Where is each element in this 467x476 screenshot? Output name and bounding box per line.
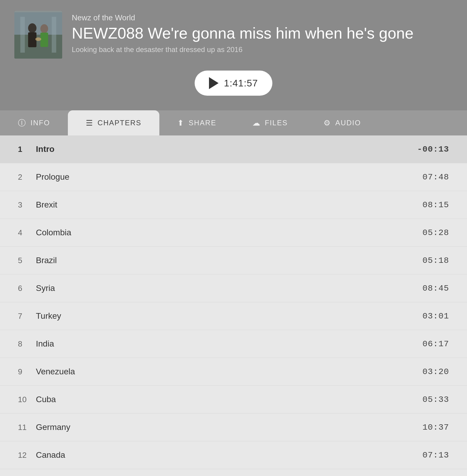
chapter-number: 7 bbox=[18, 312, 36, 321]
chapter-name: India bbox=[36, 339, 422, 349]
tab-info-label: INFO bbox=[30, 119, 50, 127]
play-button[interactable]: 1:41:57 bbox=[195, 71, 272, 96]
chapter-number: 6 bbox=[18, 284, 36, 293]
chapter-row[interactable]: 10Cuba05:33 bbox=[0, 386, 467, 414]
svg-rect-7 bbox=[40, 33, 48, 47]
chapter-name: Turkey bbox=[36, 311, 422, 321]
episode-subtitle: Looking back at the desaster that dresse… bbox=[72, 45, 453, 54]
chapter-row[interactable]: 5Brazil05:18 bbox=[0, 247, 467, 274]
chapter-row[interactable]: 2Prologue07:48 bbox=[0, 163, 467, 191]
svg-point-4 bbox=[28, 23, 36, 33]
tab-chapters[interactable]: ☰ CHAPTERS bbox=[68, 110, 159, 135]
svg-rect-5 bbox=[28, 32, 36, 47]
chapter-row[interactable]: 6Syria08:45 bbox=[0, 274, 467, 302]
chapter-name: Intro bbox=[36, 144, 417, 154]
chapters-icon: ☰ bbox=[86, 119, 93, 127]
chapter-time: 05:28 bbox=[422, 228, 449, 237]
chapter-name: Cuba bbox=[36, 395, 422, 404]
chapter-number: 4 bbox=[18, 228, 36, 237]
tab-bar: ⓘ INFO ☰ CHAPTERS ⬆ SHARE ☁ FILES ⚙ AUDI… bbox=[0, 110, 467, 135]
chapter-row[interactable]: 12Canada07:13 bbox=[0, 441, 467, 469]
episode-title: NEWZ088 We're gonna miss him when he's g… bbox=[72, 25, 453, 42]
chapter-time: 05:33 bbox=[422, 395, 449, 404]
svg-point-8 bbox=[35, 37, 41, 41]
chapter-time: 03:20 bbox=[422, 367, 449, 376]
hero-section: Newz of the World NEWZ088 We're gonna mi… bbox=[0, 0, 467, 110]
share-icon: ⬆ bbox=[177, 119, 184, 127]
svg-rect-2 bbox=[20, 17, 25, 53]
chapter-number: 2 bbox=[18, 173, 36, 182]
chapter-time: 08:45 bbox=[422, 284, 449, 293]
chapter-row[interactable]: 13Philippines02:27 bbox=[0, 469, 467, 476]
chapter-number: 3 bbox=[18, 200, 36, 210]
chapter-number: 11 bbox=[18, 423, 36, 432]
play-icon bbox=[209, 77, 219, 89]
files-icon: ☁ bbox=[252, 119, 261, 127]
chapter-number: 8 bbox=[18, 339, 36, 349]
tab-files-label: FILES bbox=[265, 119, 288, 127]
svg-point-6 bbox=[40, 24, 48, 33]
chapter-name: Brazil bbox=[36, 256, 422, 265]
info-icon: ⓘ bbox=[18, 119, 26, 127]
chapter-time: 07:13 bbox=[422, 451, 449, 460]
tab-info[interactable]: ⓘ INFO bbox=[0, 110, 68, 135]
tab-audio-label: AUDIO bbox=[335, 119, 361, 127]
chapter-list: 1Intro-00:132Prologue07:483Brexit08:154C… bbox=[0, 135, 467, 476]
tab-share[interactable]: ⬆ SHARE bbox=[159, 110, 234, 135]
content-area: 1Intro-00:132Prologue07:483Brexit08:154C… bbox=[0, 135, 467, 476]
chapter-time: 03:01 bbox=[422, 312, 449, 321]
audio-icon: ⚙ bbox=[323, 119, 331, 127]
chapter-name: Germany bbox=[36, 422, 422, 432]
chapter-row[interactable]: 7Turkey03:01 bbox=[0, 302, 467, 330]
svg-rect-9 bbox=[14, 11, 62, 12]
chapter-row[interactable]: 4Colombia05:28 bbox=[0, 219, 467, 247]
chapter-time: 05:18 bbox=[422, 256, 449, 265]
chapter-name: Canada bbox=[36, 450, 422, 460]
chapter-time: 07:48 bbox=[422, 173, 449, 182]
hero-top: Newz of the World NEWZ088 We're gonna mi… bbox=[14, 11, 453, 59]
chapter-number: 12 bbox=[18, 451, 36, 460]
chapter-time: 06:17 bbox=[422, 339, 449, 349]
chapter-time: 08:15 bbox=[422, 200, 449, 210]
tab-share-label: SHARE bbox=[189, 119, 216, 127]
chapter-number: 10 bbox=[18, 395, 36, 404]
svg-rect-3 bbox=[52, 17, 56, 53]
chapter-time: 10:37 bbox=[422, 423, 449, 432]
chapter-row[interactable]: 9Venezuela03:20 bbox=[0, 358, 467, 386]
chapter-row[interactable]: 8India06:17 bbox=[0, 330, 467, 358]
chapter-name: Prologue bbox=[36, 172, 422, 182]
chapter-row[interactable]: 1Intro-00:13 bbox=[0, 135, 467, 163]
chapter-name: Syria bbox=[36, 283, 422, 293]
play-button-container: 1:41:57 bbox=[14, 71, 453, 96]
show-name: Newz of the World bbox=[72, 13, 453, 22]
chapter-row[interactable]: 3Brexit08:15 bbox=[0, 191, 467, 219]
podcast-thumbnail bbox=[14, 11, 62, 59]
chapter-row[interactable]: 11Germany10:37 bbox=[0, 414, 467, 441]
hero-text: Newz of the World NEWZ088 We're gonna mi… bbox=[72, 11, 453, 54]
chapter-number: 9 bbox=[18, 367, 36, 376]
chapter-name: Venezuela bbox=[36, 367, 422, 376]
chapter-name: Colombia bbox=[36, 228, 422, 237]
play-time-label: 1:41:57 bbox=[224, 78, 258, 89]
tab-chapters-label: CHAPTERS bbox=[97, 119, 141, 127]
chapter-number: 1 bbox=[18, 145, 36, 154]
chapter-time: -00:13 bbox=[417, 145, 449, 154]
tab-audio[interactable]: ⚙ AUDIO bbox=[306, 110, 379, 135]
tab-files[interactable]: ☁ FILES bbox=[234, 110, 306, 135]
chapter-name: Brexit bbox=[36, 200, 422, 210]
chapter-number: 5 bbox=[18, 256, 36, 265]
